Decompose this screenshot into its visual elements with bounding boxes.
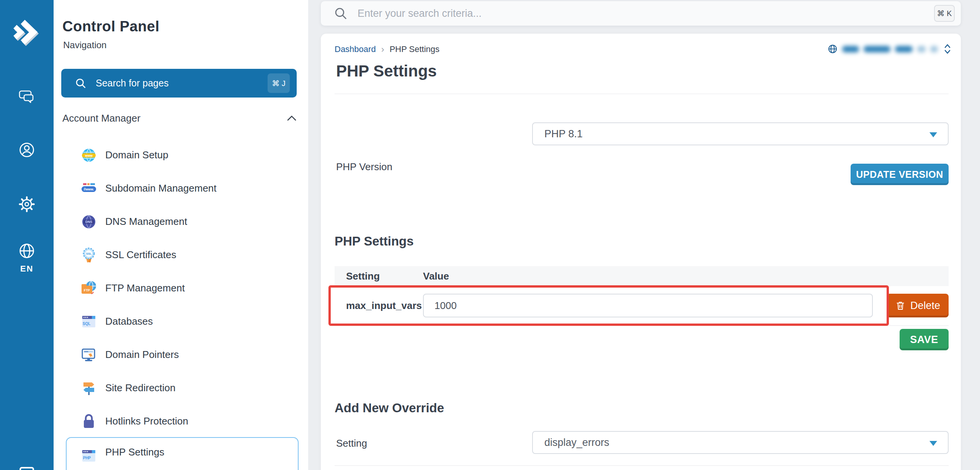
breadcrumb: Dashboard › PHP Settings [335,44,439,55]
globe-icon [828,44,838,54]
padlock-icon [79,412,98,431]
search-icon [334,7,348,20]
breadcrumb-current: PHP Settings [390,44,439,54]
add-override-section-title: Add New Override [335,400,444,416]
sidebar-item-label: Domain Pointers [105,349,179,361]
svg-text:www: www [84,351,88,353]
sidebar-item-label: PHP Settings [105,446,164,458]
navigation-sidebar: Control Panel Navigation Search for page… [54,0,308,470]
override-setting-value: display_errors [544,437,609,449]
sidebar-item-label: SSL Certificates [105,249,176,261]
masked-domain-text [895,46,913,52]
sidebar-item-label: Hotlinks Protection [105,415,188,427]
subdomain-icon: //www. [79,179,98,198]
php-version-select[interactable]: PHP 8.1 [532,122,949,145]
language-code-label: EN [0,264,54,274]
masked-domain-text [917,46,926,52]
settings-section-title: PHP Settings [335,233,414,249]
sidebar-item-domain-setup[interactable]: www Domain Setup [66,138,299,172]
sidebar-item-label: Domain Setup [105,149,168,161]
php-version-value: PHP 8.1 [544,128,583,140]
sidebar-item-label: FTP Management [105,282,185,294]
support-chat-icon[interactable] [0,88,54,106]
icon-rail: EN [0,0,54,470]
svg-text:DNS: DNS [85,220,92,224]
chevron-up-icon [287,115,297,121]
column-value: Value [423,270,449,282]
delete-button[interactable]: Delete [887,294,949,317]
table-header: Setting Value [335,266,949,286]
svg-text:SQL: SQL [83,321,91,325]
trash-icon [895,300,906,311]
override-setting-label: Setting [336,437,367,449]
globe-www-icon: www [79,146,98,165]
table-row: max_input_vars [335,286,949,326]
masked-domain-text [930,46,938,52]
sql-window-icon: SQL [79,312,98,331]
sidebar-item-label: Subdomain Management [105,182,217,194]
sidebar-item-label: Site Redirection [105,382,176,394]
sidebar-item-site-redirection[interactable]: Site Redirection [66,371,299,405]
settings-gear-icon[interactable] [0,195,54,213]
section-account-manager[interactable]: Account Manager [62,112,297,125]
page-title: PHP Settings [336,61,437,81]
sidebar-search-button[interactable]: Search for pages ⌘ J [61,69,297,98]
svg-text:FTP: FTP [84,288,90,292]
section-label: Account Manager [62,112,140,124]
chevron-down-icon [929,441,937,446]
save-button[interactable]: SAVE [900,329,949,350]
breadcrumb-separator: › [381,44,384,55]
delete-button-label: Delete [910,300,940,312]
sidebar-item-domain-pointers[interactable]: www Domain Pointers [66,338,299,371]
setting-value-input[interactable] [423,294,873,317]
masked-domain-text [842,46,859,52]
partial-bottom-icon[interactable] [20,467,34,470]
account-icon[interactable] [0,141,54,159]
title-divider [335,94,949,94]
sidebar-item-subdomain-management[interactable]: //www. Subdomain Management [66,172,299,205]
svg-text://www.: //www. [84,187,94,191]
masked-domain-text [864,46,890,52]
search-icon [75,78,87,89]
svg-text:PHP: PHP [83,456,91,460]
signpost-icon [79,379,98,398]
sidebar-item-ftp-management[interactable]: FTP FTP Management [66,272,299,305]
global-search-shortcut: ⌘ K [934,5,955,22]
column-setting: Setting [346,270,423,282]
breadcrumb-dashboard-link[interactable]: Dashboard [335,44,376,54]
setting-name: max_input_vars [346,300,422,312]
monitor-icon: www [79,345,98,364]
language-globe-icon[interactable] [0,242,54,260]
chevron-down-icon [929,132,937,137]
global-search-bar: ⌘ K [321,1,961,26]
ftp-folder-icon: FTP [79,279,98,298]
php-version-label: PHP Version [336,161,392,173]
unfold-selector-icon [944,43,951,55]
main-content-card: Dashboard › PHP Settings PHP Settings PH… [321,34,961,470]
sidebar-item-dns-management[interactable]: DNS DNS Management [66,205,299,238]
svg-text:www: www [85,153,93,157]
sidebar-item-label: Databases [105,316,153,327]
bottom-divider [335,465,949,466]
sidebar-item-label: DNS Management [105,216,187,228]
override-setting-select[interactable]: display_errors [532,431,949,454]
panel-title: Control Panel [62,18,160,35]
domain-selector[interactable] [828,42,951,56]
sidebar-item-php-settings[interactable]: PHP PHP Settings [66,437,299,470]
global-search-input[interactable] [358,8,934,20]
sidebar-item-ssl-certificates[interactable]: SSL SSL Certificates [66,238,299,272]
ssl-badge-icon: SSL [79,246,98,265]
sidebar-search-shortcut: ⌘ J [268,73,290,93]
sidebar-search-label: Search for pages [96,78,168,89]
svg-text:SSL: SSL [86,252,92,255]
panel-subtitle: Navigation [63,40,106,50]
php-window-icon: PHP [79,446,98,465]
update-version-button[interactable]: UPDATE VERSION [851,164,949,185]
sidebar-item-databases[interactable]: SQL Databases [66,305,299,338]
directadmin-logo[interactable] [9,15,44,50]
sidebar-items: www Domain Setup //www. Subdomain Manage… [54,138,308,470]
dns-globe-icon: DNS [79,212,98,231]
sidebar-item-hotlinks-protection[interactable]: Hotlinks Protection [66,405,299,438]
